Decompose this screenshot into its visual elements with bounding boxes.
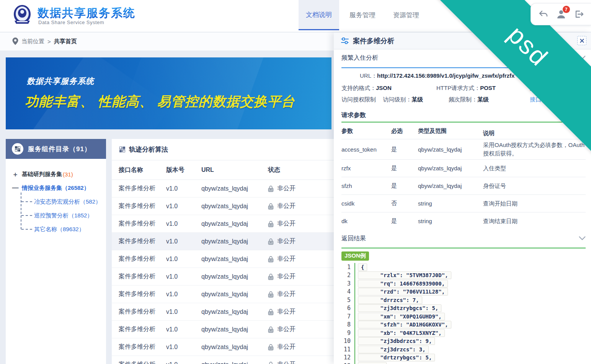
cell-url: qbyw/zats_lqydaj [201,291,268,298]
param-name: sfzh [341,183,391,189]
cell-version: v1.0 [166,185,201,192]
lock-icon [268,220,274,227]
code-line: 5 "drrzcs": 7, [341,296,586,304]
col-status: 状态 [268,166,280,174]
code-line: 1 { [341,263,586,271]
format-value: JSON [376,85,392,91]
method-field: HTTP请求方式：POST [436,85,496,92]
level-value: 某级 [411,96,423,103]
banner-slogan: 功能丰富、 性能高、 易管控的数据交换平台 [25,93,295,111]
section-request-params: 请求参数 [341,111,366,119]
line-number: 11 [341,346,354,353]
code-gutter-line [354,296,355,304]
police-badge-logo [11,4,33,26]
json-code-block: 1 { 2 "rzlx": "5TVM387J0D", 3 "rq": 1466… [341,263,586,364]
lock-icon [268,361,274,364]
section-return-result: 返回结果 [341,235,366,243]
sidebar: 服务组件目录（91） ＋ 基础研判服务集 (31) — 情报业务服务集（2658… [6,139,106,364]
cell-url: qbyw/zats_lqydaj [201,256,268,263]
cell-name: 案件多维分析 [112,290,166,298]
user-icon[interactable]: 7 [555,8,567,20]
status-label: 非公开 [277,343,296,351]
param-row: sfzh 是 qbyw/zats_lqydaj 身份证号 [341,177,586,194]
breadcrumb: 当前位置>共享首页 [12,38,77,45]
logout-icon[interactable] [573,8,585,20]
sidebar-header: 服务组件目录（91） [6,139,106,159]
expand-icon[interactable]: ＋ [12,170,19,179]
lock-icon [268,309,274,315]
undo-icon[interactable] [537,8,549,20]
param-type: string [418,218,483,224]
tree-group-basic[interactable]: ＋ 基础研判服务集 (31) [12,167,103,181]
cell-version: v1.0 [166,309,201,315]
auth-limit-field: 访问授权限制 访问级别：某级 [341,96,423,103]
grid-icon [12,143,23,155]
col-name: 接口名称 [112,166,166,174]
psd-ribbon-label: psd [502,20,554,72]
chevron-down-icon[interactable] [579,236,586,240]
param-type: qbyw/zats_lqydaj [418,183,483,189]
params-columns: 参数 必选 类型及范围 说明 [341,127,586,139]
tree-leaf[interactable]: 其它名称（89632） [20,222,103,236]
param-name: csidk [341,200,391,207]
cell-version: v1.0 [166,273,201,280]
tree-leaf-label: 其它名称（89632） [34,226,85,233]
line-number: 1 [341,264,354,271]
param-col-required: 必选 [391,127,418,139]
cell-name: 案件多维分析 [112,202,166,210]
line-number: 10 [341,338,354,344]
nav-tab[interactable]: 资源管理 [386,0,426,30]
line-number: 12 [341,354,354,361]
status-label: 非公开 [277,273,296,281]
nav-tab[interactable]: 服务管理 [342,0,383,30]
cell-version: v1.0 [166,256,201,263]
cell-version: v1.0 [166,291,201,298]
cell-version: v1.0 [166,203,201,210]
code-line: 6 "zj3dtzrybgcs": 5, [341,304,586,313]
tree-group-intel[interactable]: — 情报业务服务集（26582） [12,181,103,195]
tree-leaf[interactable]: 冶安态势宏观分析（582） [20,195,103,209]
line-number: 5 [341,297,354,304]
param-name: dk [341,218,391,224]
cell-status: 非公开 [268,184,296,193]
param-required: 是 [391,146,418,153]
cell-status: 非公开 [268,361,296,364]
cell-version: v1.0 [166,344,201,351]
code-gutter-line [354,354,355,362]
col-url: URL [201,166,268,173]
tree-leaf[interactable]: 巡控预警分析（1852） [20,209,103,222]
code-line: 10 "zj3dbdrzcs": 9, [341,337,586,346]
cell-url: qbyw/zats_lqydaj [201,185,268,192]
code-gutter-line [354,362,355,364]
cell-name: 案件多维分析 [112,237,166,245]
status-label: 非公开 [277,325,296,333]
cell-name: 案件多维分析 [112,361,166,364]
breadcrumb-prefix: 当前位置 [21,38,44,45]
code-gutter-line [354,337,355,346]
url-value: http://172.424.156:8989/v1.0/jcyp/gifw_z… [377,72,514,79]
code-gutter-line [354,321,355,329]
main-nav: 文档说明 服务管理 资源管理 [299,0,429,30]
status-label: 非公开 [277,202,296,210]
method-value: POST [480,85,496,91]
param-col-name: 参数 [341,127,391,139]
code-text: "rzlx": "5TVM387J0D", [358,271,451,279]
status-label: 非公开 [277,255,296,263]
close-icon[interactable] [577,36,586,45]
cell-name: 案件多维分析 [112,325,166,333]
header-action-card: 7 [531,3,591,25]
code-gutter-line [354,345,355,354]
app-subtitle: Data Share Service System [38,20,104,25]
param-name: access_token [341,146,391,153]
tree-leaf-label: 巡控预警分析（1852） [34,212,93,219]
collapse-icon[interactable]: — [12,184,19,192]
code-text: "zj3dtzrybgcs": 5, [358,304,441,312]
code-text: "drtzrybgcs": 5, [358,354,435,361]
code-text: "xm": "X0PQ1GUHD9", [358,313,445,320]
format-field: 支持的格式：JSON [341,85,392,92]
line-number: 13 [341,362,354,364]
lock-icon [268,291,274,298]
nav-tab-label: 服务管理 [349,11,375,20]
status-label: 非公开 [277,184,296,193]
nav-tab[interactable]: 文档说明 [299,0,339,30]
